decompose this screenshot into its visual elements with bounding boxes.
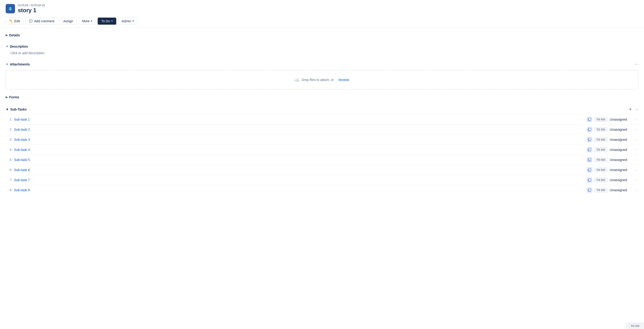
subtask-row-more-button[interactable]: — bbox=[634, 117, 638, 122]
svg-point-4 bbox=[10, 10, 11, 10]
subtask-row-more-button[interactable]: — bbox=[634, 137, 638, 142]
subtask-row-more-button[interactable]: — bbox=[634, 188, 638, 192]
subtasks-toggle-icon: ▼ bbox=[6, 107, 9, 111]
subtask-row: 5. Sub-task 5 TO DO Unassigned — bbox=[6, 155, 638, 165]
subtask-row-more-button[interactable]: — bbox=[634, 177, 638, 182]
subtask-actions-right: TO DO Unassigned — bbox=[587, 177, 638, 183]
subtask-status-badge[interactable]: TO DO bbox=[594, 157, 607, 162]
admin-button[interactable]: Admin ▾ bbox=[118, 17, 138, 25]
subtasks-section: ▼ Sub-Tasks + ··· 1. Sub-task 1 TO DO bbox=[6, 105, 638, 195]
subtasks-more-button[interactable]: ··· bbox=[635, 107, 638, 112]
subtask-status-badge[interactable]: TO DO bbox=[594, 168, 607, 172]
subtask-row-more-button[interactable]: — bbox=[634, 127, 638, 132]
todo-button[interactable]: To Do ▾ bbox=[98, 17, 116, 25]
subtask-row-more-button[interactable]: — bbox=[634, 157, 638, 162]
add-comment-button[interactable]: 💬 Add comment bbox=[25, 17, 58, 25]
todo-dropdown-arrow: ▾ bbox=[111, 19, 113, 22]
forms-section-header[interactable]: ▶ Forms bbox=[6, 93, 638, 101]
subtask-assignee: Unassigned bbox=[610, 188, 631, 192]
subtask-row: 6. Sub-task 6 TO DO Unassigned — bbox=[6, 165, 638, 175]
subtask-link[interactable]: Sub-task 7 bbox=[14, 178, 585, 182]
edit-icon: ✏️ bbox=[9, 19, 13, 23]
breadcrumb-title-block: SCRUM / SCRUM-36 story 1 bbox=[18, 4, 45, 14]
content: ▶ Details ▼ Description Click to add des… bbox=[0, 31, 644, 195]
subtask-copy-icon[interactable] bbox=[587, 147, 592, 152]
svg-rect-20 bbox=[589, 189, 591, 191]
comment-icon: 💬 bbox=[29, 19, 33, 23]
toolbar: ✏️ Edit 💬 Add comment Assign More ▾ To D… bbox=[0, 16, 644, 28]
attachments-section: ▼ Attachments ··· ☁️ Drop files to attac… bbox=[6, 60, 638, 90]
subtask-num: 2. bbox=[6, 128, 12, 131]
description-placeholder[interactable]: Click to add description bbox=[6, 50, 638, 57]
breadcrumb-issue-link[interactable]: SCRUM-36 bbox=[30, 4, 45, 7]
details-section: ▶ Details bbox=[6, 31, 638, 39]
subtask-num: 8. bbox=[6, 188, 12, 192]
subtask-assignee: Unassigned bbox=[610, 128, 631, 131]
svg-point-3 bbox=[11, 8, 12, 9]
subtask-num: 4. bbox=[6, 148, 12, 151]
subtask-row: 1. Sub-task 1 TO DO Unassigned — bbox=[6, 114, 638, 124]
subtask-row: 3. Sub-task 3 TO DO Unassigned — bbox=[6, 134, 638, 145]
subtask-copy-icon[interactable] bbox=[587, 157, 592, 162]
page-header: SCRUM / SCRUM-36 story 1 bbox=[0, 0, 644, 16]
subtasks-add-button[interactable]: + bbox=[628, 106, 633, 112]
subtask-link[interactable]: Sub-task 3 bbox=[14, 138, 585, 141]
subtask-status-badge[interactable]: TO DO bbox=[594, 137, 607, 142]
svg-rect-18 bbox=[589, 179, 591, 181]
subtask-status-badge[interactable]: TO DO bbox=[594, 117, 607, 122]
more-button[interactable]: More ▾ bbox=[79, 17, 96, 25]
subtask-assignee: Unassigned bbox=[610, 138, 631, 141]
subtask-row-more-button[interactable]: — bbox=[634, 167, 638, 172]
subtask-num: 6. bbox=[6, 168, 12, 172]
attachments-browse-link[interactable]: browse. bbox=[338, 78, 350, 82]
subtask-status-badge[interactable]: TO DO bbox=[594, 188, 607, 192]
subtask-link[interactable]: Sub-task 6 bbox=[14, 168, 585, 172]
subtask-actions-right: TO DO Unassigned — bbox=[587, 167, 638, 172]
edit-button[interactable]: ✏️ Edit bbox=[6, 17, 24, 25]
subtask-link[interactable]: Sub-task 8 bbox=[14, 188, 585, 192]
subtask-status-badge[interactable]: TO DO bbox=[594, 127, 607, 132]
subtask-assignee: Unassigned bbox=[610, 158, 631, 162]
svg-rect-14 bbox=[589, 158, 591, 161]
svg-rect-16 bbox=[589, 168, 591, 171]
assign-button[interactable]: Assign bbox=[60, 17, 77, 25]
forms-section: ▶ Forms bbox=[6, 93, 638, 101]
subtasks-title[interactable]: ▼ Sub-Tasks bbox=[6, 107, 27, 111]
subtask-copy-icon[interactable] bbox=[587, 177, 592, 183]
svg-point-2 bbox=[10, 8, 10, 9]
subtask-copy-icon[interactable] bbox=[587, 188, 592, 193]
attachments-more-button[interactable]: ··· bbox=[635, 62, 638, 67]
subtask-row: 2. Sub-task 2 TO DO Unassigned — bbox=[6, 124, 638, 134]
subtask-link[interactable]: Sub-task 4 bbox=[14, 148, 585, 152]
subtask-row-more-button[interactable]: — bbox=[634, 147, 638, 152]
breadcrumb-project-link[interactable]: SCRUM bbox=[18, 4, 28, 7]
subtask-row: 7. Sub-task 7 TO DO Unassigned — bbox=[6, 175, 638, 185]
subtask-assignee: Unassigned bbox=[610, 178, 631, 182]
subtask-copy-icon[interactable] bbox=[587, 117, 592, 122]
forms-toggle-icon: ▶ bbox=[6, 95, 8, 99]
attachments-section-header[interactable]: ▼ Attachments bbox=[6, 60, 635, 68]
subtask-list: 1. Sub-task 1 TO DO Unassigned — 2. Sub-… bbox=[6, 114, 638, 195]
svg-rect-6 bbox=[589, 118, 591, 120]
subtask-actions-right: TO DO Unassigned — bbox=[587, 157, 638, 162]
subtask-status-badge[interactable]: TO DO bbox=[594, 178, 607, 182]
breadcrumb: SCRUM / SCRUM-36 bbox=[18, 4, 45, 7]
subtask-actions-right: TO DO Unassigned — bbox=[587, 188, 638, 193]
subtask-num: 3. bbox=[6, 138, 12, 141]
upload-cloud-icon: ☁️ bbox=[294, 77, 300, 83]
subtask-link[interactable]: Sub-task 5 bbox=[14, 158, 585, 162]
subtask-copy-icon[interactable] bbox=[587, 127, 592, 132]
svg-rect-8 bbox=[589, 128, 591, 130]
more-dropdown-arrow: ▾ bbox=[91, 19, 92, 22]
breadcrumb-separator: / bbox=[29, 4, 30, 7]
description-section-header[interactable]: ▼ Description bbox=[6, 43, 638, 50]
subtask-link[interactable]: Sub-task 2 bbox=[14, 128, 585, 131]
admin-dropdown-arrow: ▾ bbox=[132, 19, 134, 22]
attachments-drop-zone[interactable]: ☁️ Drop files to attach, or browse. bbox=[6, 70, 638, 90]
subtask-link[interactable]: Sub-task 1 bbox=[14, 118, 585, 121]
details-section-header[interactable]: ▶ Details bbox=[6, 31, 638, 39]
subtask-copy-icon[interactable] bbox=[587, 167, 592, 172]
subtask-copy-icon[interactable] bbox=[587, 137, 592, 142]
subtask-status-badge[interactable]: TO DO bbox=[594, 147, 607, 152]
svg-point-1 bbox=[9, 7, 12, 10]
